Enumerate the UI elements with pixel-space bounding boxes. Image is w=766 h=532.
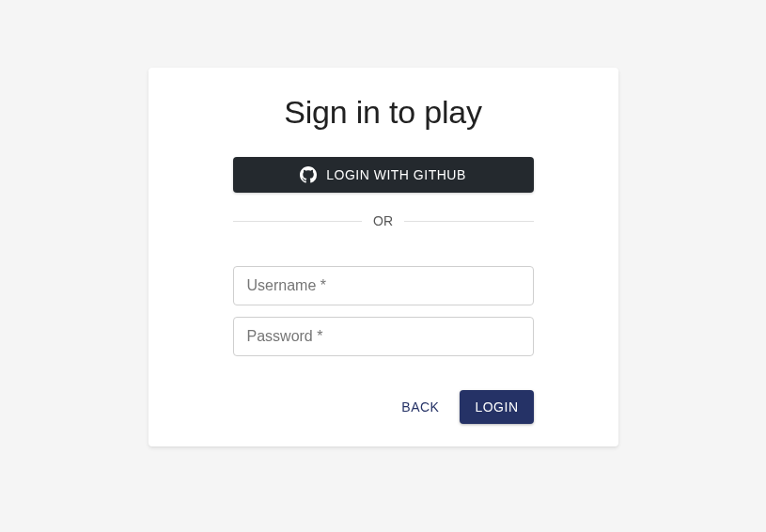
password-input[interactable]: [233, 317, 534, 356]
back-button[interactable]: BACK: [392, 392, 448, 422]
divider-line-right: [404, 221, 534, 222]
signin-card: Sign in to play LOGIN WITH GITHUB OR BAC…: [149, 68, 618, 446]
login-with-github-button[interactable]: LOGIN WITH GITHUB: [233, 157, 534, 193]
github-icon: [300, 166, 317, 183]
login-button[interactable]: LOGIN: [460, 390, 533, 424]
form-actions: BACK LOGIN: [233, 390, 534, 424]
divider: OR: [233, 213, 534, 228]
divider-line-left: [233, 221, 363, 222]
username-input[interactable]: [233, 266, 534, 305]
github-button-label: LOGIN WITH GITHUB: [326, 167, 466, 182]
page-title: Sign in to play: [233, 94, 534, 131]
divider-text: OR: [362, 213, 404, 228]
